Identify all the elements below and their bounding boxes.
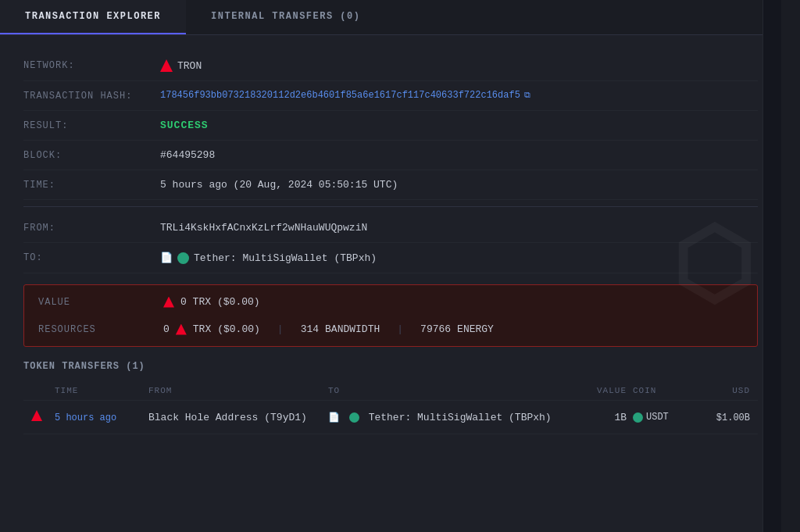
row-link-icon [31, 410, 55, 424]
token-transfers-table: TIME FROM TO VALUE COIN USD 5 hours ago … [23, 381, 758, 434]
hash-row: TRANSACTION HASH: 178456f93bb07321832011… [23, 81, 758, 111]
coin-label: USDT [646, 412, 669, 423]
from-row: FROM: TRLi4KskHxfACnxKzLrf2wNHauWUQpwziN [23, 213, 758, 243]
resources-trx-label: TRX [193, 323, 211, 335]
tron-value-icon [163, 297, 174, 308]
resources-trx-usd: ($0.00) [217, 323, 260, 335]
row-from: Black Hole Address (T9yD1) [148, 412, 328, 423]
tab-internal-transfers[interactable]: INTERNAL TRANSFERS (0) [186, 0, 385, 34]
resources-bandwidth-label: BANDWIDTH [325, 323, 380, 335]
row-value: 1B [586, 412, 633, 423]
block-label: BLOCK: [23, 149, 160, 161]
doc-icon: 📄 [160, 252, 173, 264]
tron-resources-icon [176, 324, 187, 335]
value-usd: ($0.00) [217, 296, 260, 308]
col-header-usd: USD [695, 386, 750, 395]
result-label: RESULT: [23, 120, 160, 131]
resources-label: RESOURCES [38, 324, 163, 335]
value-row: VALUE 0 TRX ($0.00) [24, 288, 757, 316]
row-usd: $1.00B [695, 412, 750, 423]
row-to-address: Tether: MultiSigWallet (TBPxh) [369, 412, 552, 423]
to-address: Tether: MultiSigWallet (TBPxh) [194, 252, 377, 264]
usd-value: $1.00B [716, 412, 750, 423]
to-row: TO: 📄 Tether: MultiSigWallet (TBPxh) [23, 243, 758, 273]
content-area: NETWORK: TRON TRANSACTION HASH: 178456f9… [0, 35, 781, 532]
tab-transaction-explorer[interactable]: TRANSACTION EXPLORER [0, 0, 186, 34]
coin-tether-icon [633, 412, 643, 423]
value-resources-box: VALUE 0 TRX ($0.00) RESOURCES 0 TRX ($0.… [23, 284, 758, 347]
time-link[interactable]: 5 hours ago [55, 412, 116, 423]
resources-trx-amount: 0 [163, 323, 170, 335]
row-time: 5 hours ago [55, 412, 148, 423]
result-value: SUCCESS [160, 120, 209, 131]
resources-bandwidth-amount: 314 [301, 323, 319, 335]
from-label: FROM: [23, 222, 160, 234]
to-value: 📄 Tether: MultiSigWallet (TBPxh) [160, 252, 377, 264]
token-table-header: TIME FROM TO VALUE COIN USD [23, 381, 758, 401]
network-name: TRON [177, 60, 202, 72]
value-label: VALUE [38, 297, 163, 308]
block-value: #64495298 [160, 149, 215, 161]
resources-energy-label: ENERGY [457, 323, 494, 335]
result-status: SUCCESS [160, 120, 209, 131]
network-row: NETWORK: TRON [23, 51, 758, 81]
col-header-to: TO [328, 386, 586, 395]
block-row: BLOCK: #64495298 [23, 141, 758, 170]
row-tether-icon [349, 412, 359, 423]
time-label: TIME: [23, 179, 160, 191]
network-value: TRON [160, 59, 202, 72]
tabs-bar: TRANSACTION EXPLORER INTERNAL TRANSFERS … [0, 0, 781, 35]
resources-content: 0 TRX ($0.00) | 314 BANDWIDTH | 79766 EN… [163, 323, 494, 335]
row-doc-icon: 📄 [328, 412, 340, 423]
row-coin: USDT [633, 412, 695, 423]
pipe-1: | [277, 323, 284, 335]
token-transfers-title: TOKEN TRANSFERS (1) [23, 361, 758, 372]
col-header-coin: COIN [633, 386, 695, 395]
result-row: RESULT: SUCCESS [23, 111, 758, 141]
value-amount: 0 TRX [180, 296, 211, 308]
resources-energy-amount: 79766 [420, 323, 451, 335]
external-link-icon: ⧉ [524, 91, 530, 100]
tron-row-icon [31, 410, 42, 421]
resources-row: RESOURCES 0 TRX ($0.00) | 314 BANDWIDTH … [24, 316, 757, 343]
col-header-from: FROM [148, 386, 328, 395]
value-content: 0 TRX ($0.00) [163, 296, 260, 308]
to-label: TO: [23, 252, 160, 263]
tron-icon [160, 59, 173, 72]
hash-value: 178456f93bb073218320112d2e6b4601f85a6e16… [160, 90, 530, 101]
section-divider [23, 206, 758, 207]
time-row: TIME: 5 hours ago (20 Aug, 2024 05:50:15… [23, 170, 758, 200]
tether-icon [177, 252, 189, 264]
col-header-value: VALUE [586, 386, 633, 395]
time-value: 5 hours ago (20 Aug, 2024 05:50:15 UTC) [160, 179, 398, 191]
hash-text: 178456f93bb073218320112d2e6b4601f85a6e16… [160, 90, 520, 101]
hash-link[interactable]: 178456f93bb073218320112d2e6b4601f85a6e16… [160, 90, 530, 101]
hash-label: TRANSACTION HASH: [23, 90, 160, 102]
pipe-2: | [397, 323, 403, 335]
row-to: 📄 Tether: MultiSigWallet (TBPxh) [328, 412, 586, 423]
right-panel [762, 0, 781, 532]
network-label: NETWORK: [23, 59, 160, 71]
from-value: TRLi4KskHxfACnxKzLrf2wNHauWUQpwziN [160, 222, 367, 234]
table-row: 5 hours ago Black Hole Address (T9yD1) 📄… [23, 401, 758, 434]
col-header-time: TIME [55, 386, 148, 395]
